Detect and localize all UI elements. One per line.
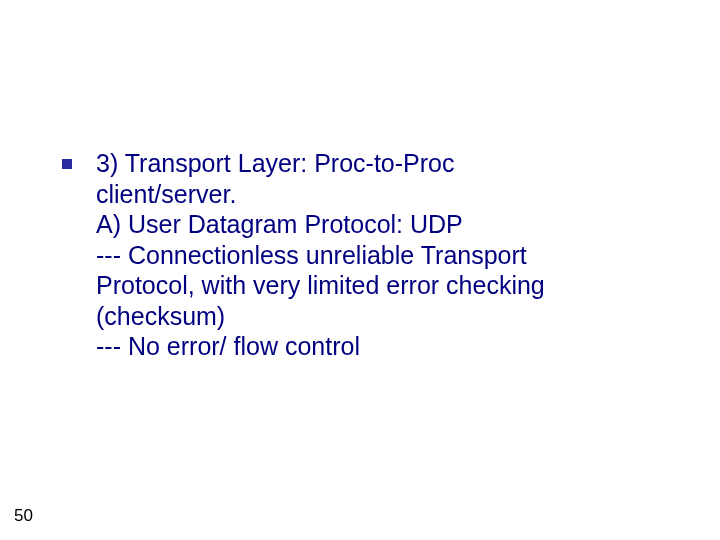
square-bullet-icon [62,159,72,169]
slide: 3) Transport Layer: Proc-to-Proc client/… [0,0,720,540]
page-number: 50 [14,506,33,526]
bullet-item: 3) Transport Layer: Proc-to-Proc client/… [62,148,680,362]
bullet-text: 3) Transport Layer: Proc-to-Proc client/… [96,148,680,362]
